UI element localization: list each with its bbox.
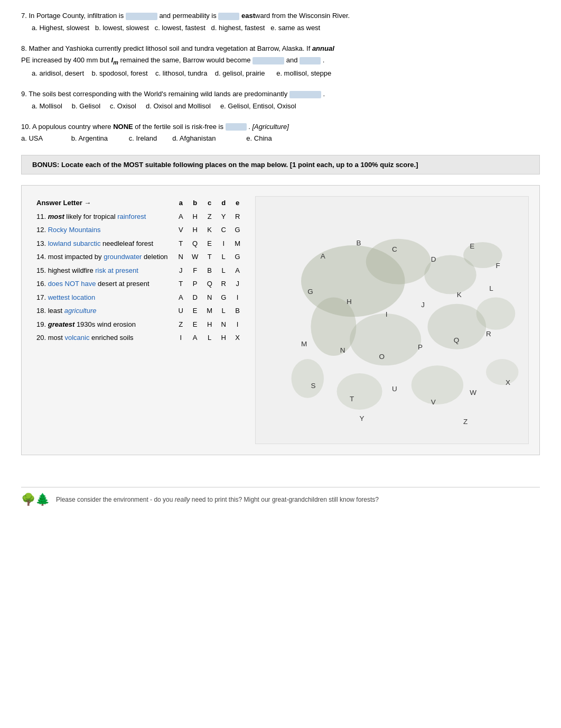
q8-blank-2 [300, 57, 321, 64]
q7-text-3: eastward from the Wisconsin River. [241, 12, 350, 20]
q10-text-2: . [Agriculture] [248, 123, 289, 131]
cell-15-c: B [202, 264, 217, 278]
svg-text:M: M [301, 340, 307, 348]
svg-text:N: N [340, 346, 345, 354]
cell-16-e: J [230, 277, 245, 291]
table-row: 20. most volcanic enriched soils I A L H… [32, 331, 245, 345]
cell-12-b: H [188, 223, 202, 237]
svg-point-6 [350, 314, 421, 365]
col-b: b [188, 196, 202, 210]
cell-18-b: E [188, 304, 202, 318]
cell-14-b: W [188, 250, 202, 264]
question-9: 9. The soils best corresponding with the… [21, 89, 540, 112]
bonus-section: Answer Letter → a b c d e 11. most likel… [21, 185, 540, 455]
cell-15-b: F [188, 264, 202, 278]
table-row: 12. Rocky Mountains V H K C G [32, 223, 245, 237]
cell-19-c: H [202, 318, 217, 331]
col-d: d [217, 196, 230, 210]
row-label-16: 16. does NOT have desert at present [32, 277, 174, 291]
cell-18-c: M [202, 304, 217, 318]
cell-19-e: I [230, 318, 245, 331]
svg-text:C: C [392, 246, 397, 254]
cell-12-a: V [174, 223, 188, 237]
cell-19-d: N [217, 318, 230, 331]
cell-14-d: L [217, 250, 230, 264]
cell-14-e: G [230, 250, 245, 264]
cell-11-d: Y [217, 210, 230, 224]
table-row: 19. greatest 1930s wind erosion Z E H N … [32, 318, 245, 331]
cell-11-c: Z [202, 210, 217, 224]
q7-text-1: 7. In Portage County, infiltration is [21, 12, 126, 20]
q8-text-1: 8. Mather and Yashioka currently predict… [21, 44, 334, 52]
q8-text-2: PE increased by 400 mm but Im remained t… [21, 56, 253, 64]
cell-11-a: A [174, 210, 188, 224]
q7-blank-2 [218, 13, 239, 20]
row-label-11: 11. most likely for tropical rainforest [32, 210, 174, 224]
cell-18-d: L [217, 304, 230, 318]
svg-text:T: T [350, 395, 354, 403]
q9-options: a. Mollisol b. Gelisol c. Oxisol d. Oxis… [32, 101, 540, 112]
svg-text:J: J [421, 301, 425, 309]
q8-text-4: . [323, 56, 325, 64]
cell-13-a: T [174, 237, 188, 251]
question-10: 10. A populous country where NONE of the… [21, 122, 540, 145]
svg-text:L: L [489, 284, 493, 292]
col-c: c [202, 196, 217, 210]
q8-blank-1 [253, 57, 284, 64]
table-row: 14. most impacted by groundwater deletio… [32, 250, 245, 264]
cell-16-d: R [217, 277, 230, 291]
svg-text:I: I [386, 311, 388, 319]
cell-17-d: G [217, 291, 230, 305]
svg-point-8 [476, 298, 516, 330]
cell-12-e: G [230, 223, 245, 237]
svg-text:P: P [418, 343, 423, 351]
cell-18-e: B [230, 304, 245, 318]
svg-text:K: K [457, 291, 462, 299]
question-8: 8. Mather and Yashioka currently predict… [21, 43, 540, 80]
q9-text-2: . [323, 90, 325, 98]
cell-14-a: N [174, 250, 188, 264]
svg-text:E: E [470, 243, 474, 251]
row-label-20: 20. most volcanic enriched soils [32, 331, 174, 345]
svg-text:X: X [506, 379, 510, 386]
q9-blank-1 [289, 91, 321, 98]
cell-15-a: J [174, 264, 188, 278]
cell-17-b: D [188, 291, 202, 305]
table-row: 13. lowland subarctic needleleaf forest … [32, 237, 245, 251]
svg-text:Y: Y [360, 414, 364, 422]
cell-13-b: Q [188, 237, 202, 251]
cell-20-b: A [188, 331, 202, 345]
svg-text:W: W [470, 389, 476, 397]
q10-text-1: 10. A populous country where NONE of the… [21, 123, 226, 131]
cell-13-c: E [202, 237, 217, 251]
question-7: 7. In Portage County, infiltration is an… [21, 11, 540, 34]
cell-12-c: K [202, 223, 217, 237]
q7-text-2: and permeability is [159, 12, 218, 20]
bonus-header-text: BONUS: Locate each of the MOST suitable … [32, 161, 418, 169]
cell-19-a: Z [174, 318, 188, 331]
cell-20-a: I [174, 331, 188, 345]
row-label-13: 13. lowland subarctic needleleaf forest [32, 237, 174, 251]
footer: 🌳🌲 Please consider the environment - do … [21, 487, 540, 506]
cell-20-e: X [230, 331, 245, 345]
bonus-header: BONUS: Locate each of the MOST suitable … [21, 155, 540, 174]
svg-point-2 [366, 239, 431, 284]
cell-17-e: I [230, 291, 245, 305]
row-label-18: 18. least agriculture [32, 304, 174, 318]
table-row: 11. most likely for tropical rainforest … [32, 210, 245, 224]
table-row: 15. highest wildfire risk at present J F… [32, 264, 245, 278]
cell-13-e: M [230, 237, 245, 251]
cell-20-c: L [202, 331, 217, 345]
cell-18-a: U [174, 304, 188, 318]
svg-point-9 [292, 359, 324, 398]
cell-11-b: H [188, 210, 202, 224]
svg-point-12 [486, 359, 518, 385]
cell-14-c: T [202, 250, 217, 264]
svg-text:Z: Z [463, 418, 467, 426]
cell-16-c: Q [202, 277, 217, 291]
table-row: 16. does NOT have desert at present T P … [32, 277, 245, 291]
q10-options: a. USA b. Argentina c. Ireland d. Afghan… [21, 133, 540, 144]
svg-text:R: R [486, 330, 491, 338]
cell-17-c: N [202, 291, 217, 305]
cell-15-e: A [230, 264, 245, 278]
